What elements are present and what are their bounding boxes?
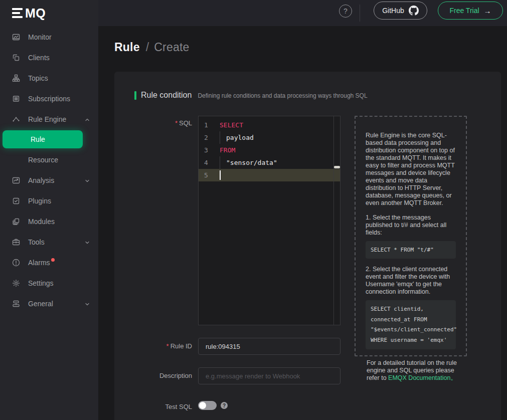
line-number: 4 [199, 156, 220, 169]
sidebar-item-label: Clients [28, 54, 50, 62]
sidebar-item-label: Monitor [28, 33, 52, 41]
line-number: 1 [199, 119, 220, 131]
help-code-example-1: SELECT * FROM "t/#" [366, 241, 456, 259]
description-label: Description [114, 372, 192, 379]
free-trial-label: Free Trial [449, 7, 479, 15]
sidebar-item-rule-engine[interactable]: Rule Engine [0, 109, 98, 129]
sidebar-item-label: Analysis [28, 176, 54, 184]
sidebar-item-label: Modules [28, 218, 55, 226]
description-input[interactable] [198, 367, 341, 384]
editor-line-1[interactable]: 1SELECT [199, 119, 340, 131]
alarm-badge [51, 258, 55, 262]
sidebar-item-label: Settings [28, 279, 54, 287]
sidebar-item-clients[interactable]: Clients [0, 47, 98, 68]
editor-line-3[interactable]: 3FROM [199, 144, 340, 156]
sidebar-item-label: Rule Engine [28, 115, 66, 123]
line-code: FROM [220, 144, 340, 156]
line-number: 3 [199, 144, 220, 156]
sidebar-item-rule[interactable]: Rule [3, 130, 83, 148]
help-code-line: "$events/client_connected" [371, 325, 451, 335]
help-icon[interactable]: ? [339, 5, 352, 18]
sidebar-item-plugins[interactable]: Plugins [0, 190, 98, 211]
clients-icon [12, 54, 20, 62]
line-code: "sensor/data" [220, 156, 340, 169]
topics-icon [12, 74, 20, 82]
text-cursor [220, 170, 221, 180]
editor-line-5[interactable]: 5 [199, 169, 340, 181]
sidebar-item-label: Rule [31, 135, 45, 143]
required-marker: * [166, 342, 169, 350]
rule-engine-icon [12, 115, 20, 123]
modules-icon [12, 218, 20, 226]
editor-scrollbar-thumb[interactable] [334, 166, 340, 168]
sidebar-item-tools[interactable]: Tools [0, 232, 98, 252]
free-trial-button[interactable]: Free Trial → [438, 2, 503, 20]
breadcrumb-separator: / [146, 41, 149, 54]
sidebar-item-settings[interactable]: Settings [0, 273, 98, 293]
github-button[interactable]: GitHub [374, 2, 427, 20]
sidebar-item-monitor[interactable]: Monitor [0, 27, 98, 47]
chevron-down-icon [84, 301, 90, 307]
general-icon [12, 300, 20, 308]
editor-line-2[interactable]: 2payload [199, 131, 340, 144]
chevron-down-icon [84, 177, 90, 183]
emq-logo-icon [12, 8, 23, 19]
editor-line-4[interactable]: 4"sensor/data" [199, 156, 340, 169]
subscriptions-icon [12, 95, 20, 103]
github-icon [409, 6, 419, 16]
sidebar-item-subscriptions[interactable]: Subscriptions [0, 88, 98, 109]
help-step1-text: 1. Select the messages published to t/# … [366, 214, 456, 237]
help-footer: For a detailed tutorial on the rule engi… [367, 359, 468, 382]
logo-text: MQ [25, 6, 46, 21]
sidebar-item-label: Resource [28, 156, 58, 164]
sidebar-item-label: Subscriptions [28, 95, 70, 103]
help-code-line: SELECT clientid, [371, 304, 451, 315]
sidebar: MQ MonitorClientsTopicsSubscriptionsRule… [0, 0, 98, 420]
sidebar-item-alarms[interactable]: Alarms [0, 252, 98, 273]
required-marker: * [175, 119, 178, 127]
chevron-down-icon [84, 239, 90, 245]
line-code [220, 169, 340, 181]
sidebar-item-label: General [28, 300, 53, 308]
monitor-icon [12, 33, 20, 41]
sql-help-panel: Rule Engine is the core SQL-based data p… [355, 116, 467, 356]
rule-id-input[interactable] [198, 338, 341, 355]
help-code-line: WHERE username = 'emqx' [371, 335, 451, 346]
help-code-example-2: SELECT clientid,connected_at FROM"$event… [366, 300, 456, 349]
breadcrumb-rule[interactable]: Rule [114, 41, 140, 54]
toggle-knob-icon [199, 402, 206, 409]
topbar: ? GitHub Free Trial → [98, 0, 507, 26]
test-sql-help-icon[interactable]: ? [221, 402, 228, 409]
rule-condition-card: Rule condition Defining rule conditions … [114, 72, 501, 420]
line-code: payload [220, 131, 340, 144]
section-subtitle: Defining rule conditions and data proces… [198, 92, 367, 99]
github-button-label: GitHub [382, 7, 404, 15]
analysis-icon [12, 176, 20, 184]
help-code-line: connected_at FROM [371, 315, 451, 325]
line-code: SELECT [220, 119, 340, 131]
arrow-right-icon: → [484, 7, 491, 15]
test-sql-label: Test SQL [114, 403, 192, 410]
sidebar-item-label: Tools [28, 238, 45, 246]
app-logo[interactable]: MQ [0, 0, 98, 26]
chevron-up-icon [84, 116, 90, 122]
help-step2-text: 2. Select the client connected event and… [366, 266, 456, 296]
sql-field-label: *SQL [114, 119, 192, 127]
emqx-documentation-link[interactable]: EMQX Documentation。 [388, 374, 457, 381]
sidebar-item-resource[interactable]: Resource [0, 149, 98, 170]
sidebar-item-modules[interactable]: Modules [0, 211, 98, 232]
section-title: Rule condition [141, 91, 192, 100]
sql-code-editor[interactable]: 1SELECT2payload3FROM4"sensor/data"5 [198, 116, 341, 325]
sidebar-item-general[interactable]: General [0, 293, 98, 314]
plugins-icon [12, 197, 20, 205]
test-sql-toggle[interactable] [198, 401, 217, 410]
sidebar-item-label: Topics [28, 74, 48, 82]
help-intro-text: Rule Engine is the core SQL-based data p… [366, 132, 456, 207]
sidebar-item-label: Plugins [28, 197, 51, 205]
line-number: 5 [199, 169, 220, 181]
settings-icon [12, 279, 20, 287]
sidebar-item-topics[interactable]: Topics [0, 68, 98, 88]
line-number: 2 [199, 131, 220, 144]
section-accent-bar [134, 91, 136, 100]
sidebar-item-analysis[interactable]: Analysis [0, 170, 98, 190]
